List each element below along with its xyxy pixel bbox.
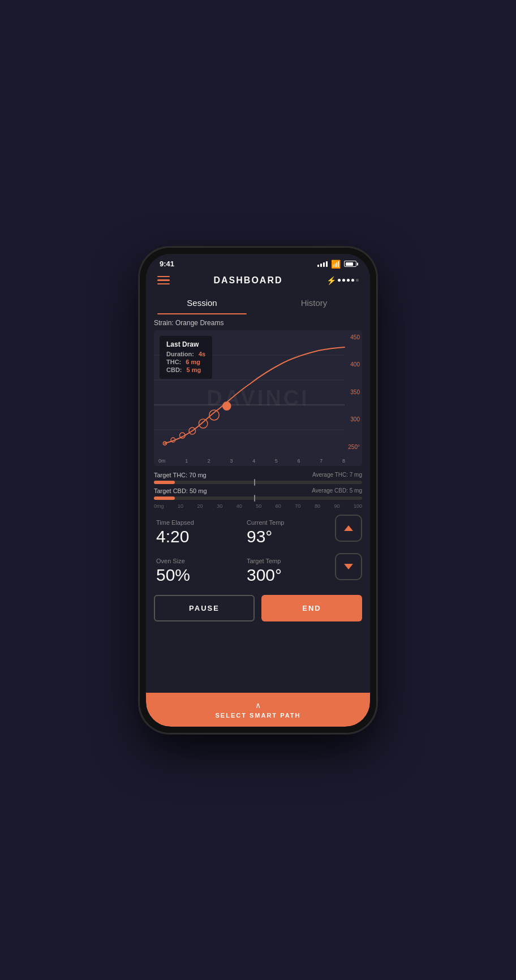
thc-avg-label: Average THC: 7 mg [312,472,362,478]
wifi-icon: 📶 [331,260,341,269]
oven-size-cell: Oven Size 50% [154,553,244,589]
target-temp-value: 300° [247,565,333,585]
signal-icon [317,261,328,267]
cbd-progress-fill [154,497,175,500]
status-icons: 📶 [317,260,356,269]
cbd-target-label: Target CBD: 50 mg [154,487,207,494]
cbd-avg-label: Average CBD: 5 mg [312,487,362,494]
dot-indicators [338,279,359,282]
phone-screen: 9:41 📶 DASHBOARD [146,254,370,727]
cbd-value: 5 mg [187,366,201,373]
thc-progress-fill [154,481,175,484]
cbd-bar-header: Target CBD: 50 mg Average CBD: 5 mg [154,487,362,494]
current-temp-value: 93° [247,527,333,546]
battery-icon [344,261,356,267]
cbd-label: CBD: [166,366,182,373]
down-arrow-icon [344,564,353,569]
time-elapsed-label: Time Elapsed [156,519,242,526]
last-draw-title: Last Draw [166,340,205,348]
tab-history[interactable]: History [258,291,370,314]
strain-label: Strain: Orange Dreams [154,314,362,330]
cbd-progress-track [154,497,362,500]
smart-path-label: SELECT SMART PATH [216,712,301,719]
temp-up-button[interactable] [335,515,362,542]
oven-size-label: Oven Size [156,558,242,564]
main-content: Strain: Orange Dreams DAVINCI Last Draw … [146,314,370,693]
tab-session[interactable]: Session [146,291,258,314]
cbd-progress-tick [254,495,255,502]
current-temp-label: Current Temp [247,519,333,526]
scale-labels: 0mg 10 20 30 40 50 60 70 80 90 100 [154,503,362,509]
current-temp-cell: Current Temp 93° [244,515,335,551]
up-arrow-icon [344,525,353,531]
oven-size-value: 50% [156,565,242,585]
phone-frame: 9:41 📶 DASHBOARD [139,247,377,733]
pause-button[interactable]: PAUSE [154,595,255,621]
svg-point-10 [223,402,231,410]
end-button[interactable]: END [261,595,362,621]
target-temp-label: Target Temp [247,558,333,564]
progress-section: Target THC: 70 mg Average THC: 7 mg Targ… [154,472,362,509]
bolt-icon: ⚡ [326,276,336,285]
stats-row-2: Oven Size 50% Target Temp 300° [154,553,362,589]
thc-progress-tick [254,479,255,486]
action-buttons: PAUSE END [154,595,362,621]
thc-value: 6 mg [186,359,200,365]
smart-path-chevron-icon: ∧ [255,701,261,710]
target-temp-cell: Target Temp 300° [244,553,335,589]
thc-bar-header: Target THC: 70 mg Average THC: 7 mg [154,472,362,478]
menu-button[interactable] [157,276,170,285]
duration-value: 4s [199,351,205,357]
temp-down-button[interactable] [335,553,362,580]
smart-path-bar[interactable]: ∧ SELECT SMART PATH [146,693,370,727]
status-bar: 9:41 📶 [146,254,370,271]
status-time: 9:41 [160,260,174,268]
tabs-container: Session History [146,291,370,314]
app-header: DASHBOARD ⚡ [146,271,370,291]
duration-label: Duration: [166,351,194,357]
app-title: DASHBOARD [214,275,283,286]
device-indicator: ⚡ [326,276,359,285]
x-axis-labels: 0m 1 2 3 4 5 6 7 8 [158,458,345,464]
stats-row: Time Elapsed 4:20 Current Temp 93° [154,515,362,551]
chart-container: DAVINCI Last Draw Duration: 4s THC: 6 mg… [154,330,362,466]
temp-up-col [335,515,362,542]
chart-info-box: Last Draw Duration: 4s THC: 6 mg CBD: 5 … [160,336,212,379]
thc-label: THC: [166,359,181,365]
thc-target-label: Target THC: 70 mg [154,472,207,478]
temp-down-col [335,553,362,580]
svg-point-8 [199,419,207,428]
thc-progress-track [154,481,362,484]
time-elapsed-value: 4:20 [156,527,242,546]
time-elapsed-cell: Time Elapsed 4:20 [154,515,244,551]
